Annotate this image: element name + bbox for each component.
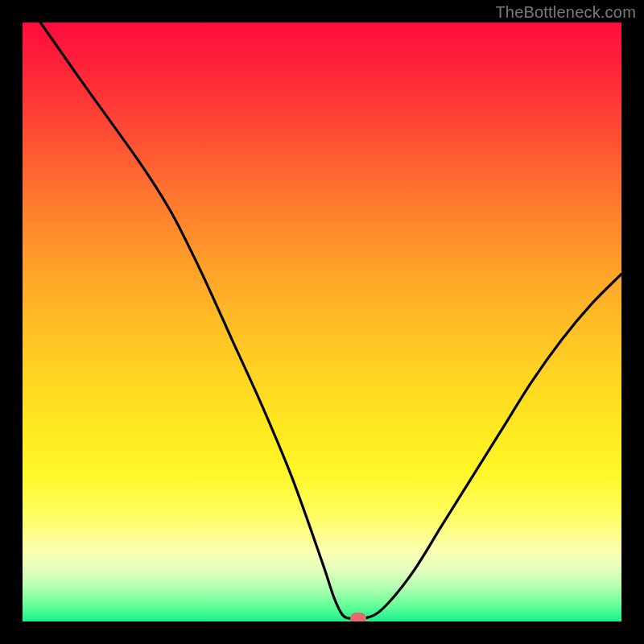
optimal-point-marker xyxy=(350,613,366,621)
watermark-text: TheBottleneck.com xyxy=(495,3,636,22)
chart-frame: TheBottleneck.com xyxy=(0,0,644,644)
plot-area xyxy=(23,23,621,621)
bottleneck-curve xyxy=(40,23,621,619)
bottleneck-curve-svg xyxy=(23,23,621,621)
